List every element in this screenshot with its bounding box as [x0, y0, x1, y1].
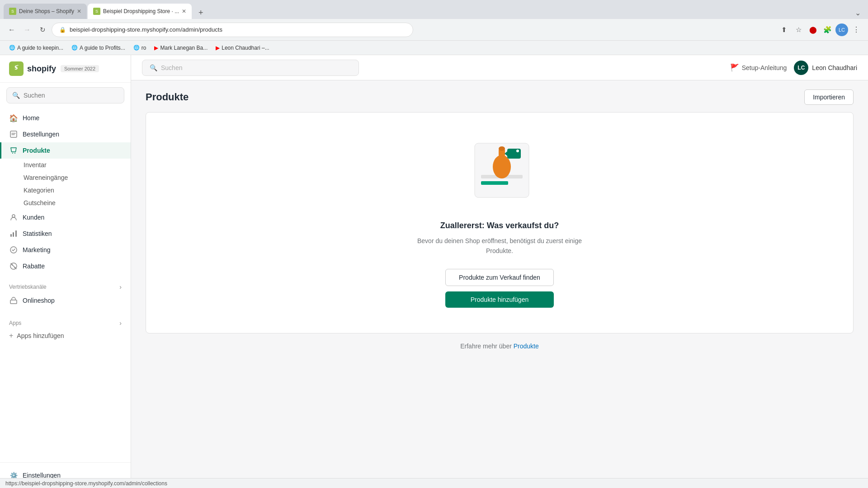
bookmark-1-favicon: 🌐 [9, 45, 15, 51]
topbar-search-placeholder: Suchen [161, 64, 182, 71]
bookmark-5-favicon: ▶ [216, 45, 220, 51]
find-products-button[interactable]: Produkte zum Verkauf finden [445, 269, 554, 286]
extensions-button[interactable]: 🧩 [821, 23, 834, 36]
browser-tab-1[interactable]: S Deine Shops – Shopify ✕ [4, 4, 87, 19]
sidebar-item-onlineshop[interactable]: Onlineshop [0, 292, 131, 309]
address-text: beispiel-dropshipping-store.myshopify.co… [70, 26, 406, 33]
tab1-close[interactable]: ✕ [77, 8, 81, 14]
orders-icon [9, 130, 18, 139]
svg-rect-5 [10, 234, 12, 237]
address-bar[interactable]: 🔒 beispiel-dropshipping-store.myshopify.… [52, 23, 413, 37]
share-button[interactable]: ⬆ [778, 23, 790, 36]
products-empty-card: Zuallererst: Was verkaufst du? Bevor du … [146, 112, 854, 333]
app-container: shopify Sommer 2022 🔍 🏠 Home [0, 55, 868, 488]
sidebar-item-home[interactable]: 🏠 Home [0, 110, 131, 126]
sidebar-sub-gutscheine[interactable]: Gutscheine [0, 197, 131, 209]
empty-title: Zuallererst: Was verkaufst du? [440, 221, 559, 230]
forward-button[interactable]: → [21, 23, 33, 36]
back-button[interactable]: ← [5, 23, 18, 36]
search-box[interactable]: 🔍 [6, 87, 124, 103]
bookmark-4-favicon: ▶ [154, 45, 158, 51]
svg-point-2 [12, 153, 13, 154]
browser-chrome: S Deine Shops – Shopify ✕ S Beispiel Dro… [0, 0, 868, 55]
svg-rect-12 [10, 300, 17, 304]
tab2-title: Beispiel Dropshipping Store · ... [103, 8, 179, 14]
shop-icon [9, 296, 18, 305]
store-badge: Sommer 2022 [61, 65, 99, 72]
bookmark-star[interactable]: ☆ [792, 23, 805, 36]
bookmark-2-favicon: 🌐 [71, 45, 78, 51]
svg-point-16 [493, 155, 511, 178]
bookmark-5[interactable]: ▶ Leon Chaudhari –... [212, 44, 273, 52]
sidebar-item-marketing[interactable]: Marketing [0, 242, 131, 258]
sidebar-item-kunden[interactable]: Kunden [0, 209, 131, 225]
bookmark-2-title: A guide to Profits... [80, 45, 125, 51]
tab1-favicon: S [9, 8, 16, 15]
topbar-right: 🚩 Setup-Anleitung LC Leon Chaudhari [730, 61, 857, 75]
svg-point-3 [14, 153, 15, 154]
apps-add-item[interactable]: + Apps hinzufügen [0, 328, 131, 343]
reload-button[interactable]: ↻ [36, 23, 49, 36]
main-content: 🔍 Suchen 🚩 Setup-Anleitung LC Leon Chaud… [131, 55, 868, 488]
search-input[interactable] [24, 92, 118, 99]
tab2-close[interactable]: ✕ [182, 8, 186, 14]
products-icon [9, 146, 18, 155]
bookmark-3-favicon: 🌐 [133, 45, 140, 51]
add-products-button[interactable]: Produkte hinzufügen [445, 291, 554, 308]
svg-rect-15 [481, 181, 508, 185]
status-url: https://beispiel-dropshipping-store.mysh… [5, 480, 167, 487]
sidebar-item-home-label: Home [23, 114, 39, 122]
sidebar-sub-wareneingaenge-label: Wareneingänge [24, 174, 68, 181]
learn-more: Erfahre mehr über Produkte [131, 333, 868, 359]
setup-label: Setup-Anleitung [742, 64, 787, 71]
sidebar-item-statistiken-label: Statistiken [23, 230, 52, 237]
product-illustration-svg [461, 134, 538, 206]
bookmark-3-title: ro [142, 45, 146, 51]
browser-tab-2[interactable]: S Beispiel Dropshipping Store · ... ✕ [88, 4, 192, 19]
tab2-favicon: S [93, 8, 100, 15]
bookmark-3[interactable]: 🌐 ro [130, 44, 150, 52]
sidebar-sub-inventar[interactable]: Inventar [0, 159, 131, 171]
stats-icon [9, 229, 18, 238]
sidebar-item-statistiken[interactable]: Statistiken [0, 225, 131, 242]
sidebar-sub-inventar-label: Inventar [24, 161, 47, 169]
bookmark-4[interactable]: ▶ Mark Lanegan Ba... [151, 44, 211, 52]
nav-section-main: 🏠 Home Bestellungen [0, 108, 131, 276]
bookmark-5-title: Leon Chaudhari –... [222, 45, 269, 51]
bookmark-1[interactable]: 🌐 A guide to keepin... [5, 44, 67, 52]
sidebar-item-produkte-label: Produkte [23, 147, 50, 154]
opera-icon[interactable]: ⬤ [807, 23, 819, 36]
sidebar-item-kunden-label: Kunden [23, 214, 44, 221]
shopify-logo-text: shopify [27, 64, 56, 74]
apps-header: Apps › [0, 316, 131, 328]
svg-rect-19 [507, 149, 521, 159]
bookmarks-bar: 🌐 A guide to keepin... 🌐 A guide to Prof… [0, 41, 868, 55]
learn-more-link[interactable]: Produkte [514, 343, 539, 350]
svg-rect-6 [13, 232, 14, 237]
product-illustration [461, 134, 538, 208]
bookmark-1-title: A guide to keepin... [17, 45, 63, 51]
bookmark-2[interactable]: 🌐 A guide to Profits... [68, 44, 129, 52]
new-tab-button[interactable]: + [194, 6, 207, 19]
user-profile[interactable]: LC Leon Chaudhari [794, 61, 857, 75]
sidebar: shopify Sommer 2022 🔍 🏠 Home [0, 55, 131, 488]
sales-channels-label: Vertriebskanäle [9, 284, 47, 290]
flag-icon: 🚩 [730, 63, 739, 72]
sidebar-header: shopify Sommer 2022 [0, 55, 131, 83]
sidebar-item-bestellungen[interactable]: Bestellungen [0, 126, 131, 142]
sales-channels-chevron[interactable]: › [119, 283, 122, 291]
menu-button[interactable]: ⋮ [850, 23, 863, 36]
topbar-search-icon: 🔍 [150, 64, 157, 71]
sidebar-item-produkte[interactable]: Produkte [0, 142, 131, 159]
apps-chevron[interactable]: › [119, 319, 122, 327]
home-icon: 🏠 [9, 113, 18, 122]
sidebar-item-rabatte[interactable]: Rabatte [0, 258, 131, 274]
profile-button[interactable]: LC [835, 23, 848, 36]
tab-overflow[interactable]: ⌄ [851, 7, 864, 19]
topbar-search[interactable]: 🔍 Suchen [142, 60, 359, 76]
import-button[interactable]: Importieren [804, 89, 854, 105]
sidebar-sub-kategorien[interactable]: Kategorien [0, 184, 131, 197]
empty-description: Bevor du deinen Shop eröffnest, benötigs… [417, 236, 582, 256]
setup-button[interactable]: 🚩 Setup-Anleitung [730, 63, 787, 72]
sidebar-sub-wareneingaenge[interactable]: Wareneingänge [0, 171, 131, 184]
